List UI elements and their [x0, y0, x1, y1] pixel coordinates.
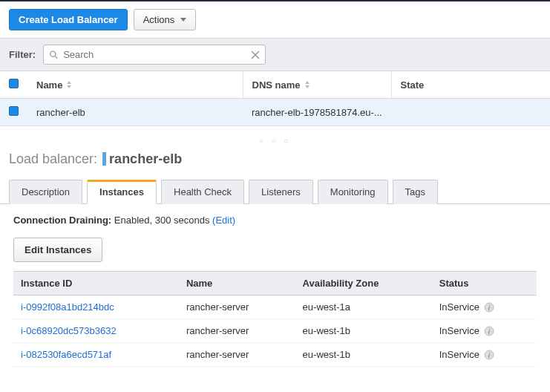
column-header-dns[interactable]: DNS name	[243, 71, 391, 99]
clear-search-icon[interactable]	[251, 50, 260, 59]
instance-status-cell: InServicei	[432, 319, 537, 343]
column-header-state[interactable]: State	[391, 71, 550, 99]
edit-instances-button[interactable]: Edit Instances	[13, 238, 102, 262]
instance-name-cell: rancher-server	[179, 295, 295, 319]
instance-id-link[interactable]: i-0992f08a1bd214bdc	[21, 301, 114, 313]
actions-dropdown[interactable]: Actions	[134, 9, 197, 30]
tab-monitoring[interactable]: Monitoring	[318, 180, 388, 204]
table-row: i-0992f08a1bd214bdcrancher-servereu-west…	[13, 295, 537, 319]
search-input[interactable]	[43, 45, 266, 65]
connection-draining-row: Connection Draining: Enabled, 300 second…	[13, 215, 537, 226]
tab-tags[interactable]: Tags	[393, 180, 438, 204]
tab-health-check[interactable]: Health Check	[161, 180, 244, 204]
lb-dns-cell: rancher-elb-1978581874.eu-...	[243, 99, 391, 126]
chevron-down-icon	[180, 18, 186, 22]
inst-col-az[interactable]: Availability Zone	[295, 272, 432, 295]
info-icon[interactable]: i	[484, 350, 494, 360]
instance-az-cell: eu-west-1b	[295, 319, 432, 343]
load-balancers-table: Name DNS name State rancher-elbrancher-e…	[0, 71, 550, 126]
svg-text:i: i	[488, 351, 491, 359]
detail-prefix: Load balancer:	[9, 151, 97, 166]
table-row: i-0c68920dc573b3632rancher-servereu-west…	[13, 319, 537, 343]
inst-col-name[interactable]: Name	[179, 272, 295, 295]
sort-icon	[305, 81, 310, 88]
info-icon[interactable]: i	[484, 326, 494, 336]
connection-draining-label: Connection Draining:	[13, 215, 111, 226]
sort-icon	[67, 81, 71, 88]
svg-text:i: i	[488, 327, 491, 336]
tab-listeners[interactable]: Listeners	[249, 180, 313, 204]
table-row[interactable]: rancher-elbrancher-elb-1978581874.eu-...	[0, 99, 550, 126]
connection-draining-edit-link[interactable]: (Edit)	[212, 215, 235, 226]
detail-marker	[102, 152, 106, 166]
instance-id-link[interactable]: i-0c68920dc573b3632	[21, 325, 117, 336]
select-all-checkbox[interactable]	[9, 79, 19, 88]
column-header-name[interactable]: Name	[27, 71, 243, 99]
instance-id-link[interactable]: i-082530fa6ecd571af	[21, 349, 111, 360]
instance-name-cell: rancher-server	[179, 319, 295, 343]
connection-draining-value: Enabled, 300 seconds	[114, 215, 210, 226]
info-icon[interactable]: i	[484, 302, 494, 313]
create-load-balancer-button[interactable]: Create Load Balancer	[9, 9, 128, 30]
search-icon	[49, 50, 59, 59]
table-row: i-082530fa6ecd571afrancher-servereu-west…	[13, 343, 537, 367]
detail-header: Load balancer: rancher-elb	[0, 148, 550, 173]
svg-line-1	[55, 56, 57, 58]
svg-text:i: i	[488, 304, 491, 312]
instances-table: Instance ID Name Availability Zone Statu…	[13, 271, 537, 367]
tab-instances[interactable]: Instances	[87, 180, 157, 204]
instance-az-cell: eu-west-1b	[295, 343, 432, 367]
row-checkbox[interactable]	[9, 106, 19, 116]
lb-name-cell: rancher-elb	[27, 99, 243, 126]
inst-col-id[interactable]: Instance ID	[13, 272, 179, 295]
lb-state-cell	[391, 99, 550, 126]
tab-description[interactable]: Description	[9, 180, 82, 204]
svg-point-0	[50, 51, 56, 56]
instance-status-cell: InServicei	[432, 343, 537, 367]
resize-grip[interactable]: ○ ○ ○	[0, 126, 550, 148]
instance-name-cell: rancher-server	[179, 343, 295, 367]
detail-name: rancher-elb	[109, 151, 182, 166]
filter-label: Filter:	[9, 49, 36, 60]
inst-col-status[interactable]: Status	[432, 272, 537, 295]
instance-status-cell: InServicei	[432, 295, 537, 319]
instance-az-cell: eu-west-1a	[295, 295, 432, 319]
actions-label: Actions	[143, 14, 175, 25]
